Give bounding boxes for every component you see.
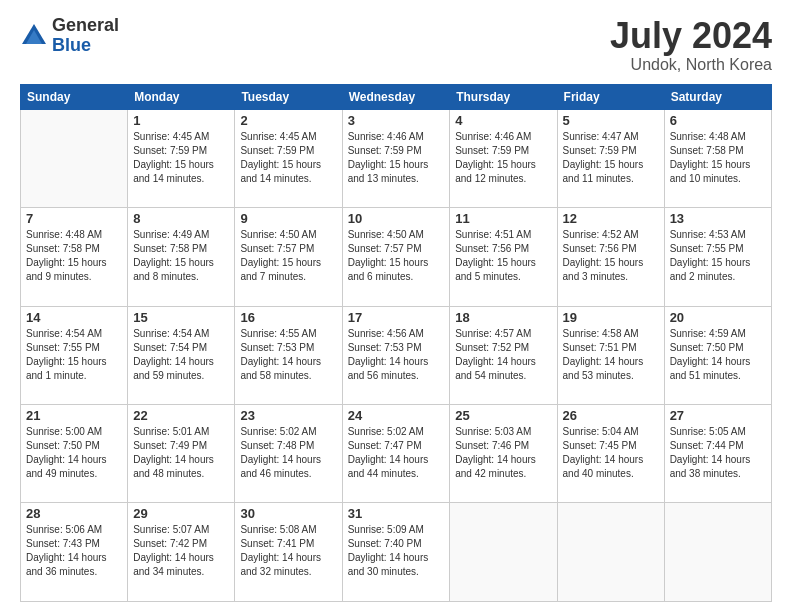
calendar-week-row: 1Sunrise: 4:45 AMSunset: 7:59 PMDaylight… [21, 109, 772, 207]
day-info: Sunrise: 5:04 AMSunset: 7:45 PMDaylight:… [563, 425, 659, 481]
calendar-cell: 12Sunrise: 4:52 AMSunset: 7:56 PMDayligh… [557, 208, 664, 306]
day-number: 2 [240, 113, 336, 128]
weekday-header-row: SundayMondayTuesdayWednesdayThursdayFrid… [21, 84, 772, 109]
calendar-week-row: 7Sunrise: 4:48 AMSunset: 7:58 PMDaylight… [21, 208, 772, 306]
day-number: 8 [133, 211, 229, 226]
weekday-header: Friday [557, 84, 664, 109]
day-number: 25 [455, 408, 551, 423]
day-number: 26 [563, 408, 659, 423]
day-number: 17 [348, 310, 445, 325]
day-number: 3 [348, 113, 445, 128]
calendar-cell: 16Sunrise: 4:55 AMSunset: 7:53 PMDayligh… [235, 306, 342, 404]
calendar-cell: 4Sunrise: 4:46 AMSunset: 7:59 PMDaylight… [450, 109, 557, 207]
day-info: Sunrise: 4:57 AMSunset: 7:52 PMDaylight:… [455, 327, 551, 383]
day-number: 20 [670, 310, 766, 325]
day-info: Sunrise: 5:09 AMSunset: 7:40 PMDaylight:… [348, 523, 445, 579]
day-number: 23 [240, 408, 336, 423]
calendar-cell: 3Sunrise: 4:46 AMSunset: 7:59 PMDaylight… [342, 109, 450, 207]
calendar: SundayMondayTuesdayWednesdayThursdayFrid… [20, 84, 772, 602]
day-info: Sunrise: 4:46 AMSunset: 7:59 PMDaylight:… [348, 130, 445, 186]
calendar-cell: 8Sunrise: 4:49 AMSunset: 7:58 PMDaylight… [128, 208, 235, 306]
day-number: 12 [563, 211, 659, 226]
day-info: Sunrise: 4:50 AMSunset: 7:57 PMDaylight:… [348, 228, 445, 284]
day-number: 7 [26, 211, 122, 226]
calendar-cell: 30Sunrise: 5:08 AMSunset: 7:41 PMDayligh… [235, 503, 342, 602]
calendar-cell: 29Sunrise: 5:07 AMSunset: 7:42 PMDayligh… [128, 503, 235, 602]
day-info: Sunrise: 4:48 AMSunset: 7:58 PMDaylight:… [26, 228, 122, 284]
logo-text: General Blue [52, 16, 119, 56]
calendar-cell: 19Sunrise: 4:58 AMSunset: 7:51 PMDayligh… [557, 306, 664, 404]
logo-blue-label: Blue [52, 36, 119, 56]
calendar-week-row: 21Sunrise: 5:00 AMSunset: 7:50 PMDayligh… [21, 405, 772, 503]
calendar-cell: 15Sunrise: 4:54 AMSunset: 7:54 PMDayligh… [128, 306, 235, 404]
day-info: Sunrise: 4:50 AMSunset: 7:57 PMDaylight:… [240, 228, 336, 284]
weekday-header: Monday [128, 84, 235, 109]
weekday-header: Sunday [21, 84, 128, 109]
calendar-cell: 5Sunrise: 4:47 AMSunset: 7:59 PMDaylight… [557, 109, 664, 207]
weekday-header: Wednesday [342, 84, 450, 109]
logo-icon [20, 22, 48, 50]
day-info: Sunrise: 5:06 AMSunset: 7:43 PMDaylight:… [26, 523, 122, 579]
day-number: 4 [455, 113, 551, 128]
calendar-cell: 27Sunrise: 5:05 AMSunset: 7:44 PMDayligh… [664, 405, 771, 503]
day-number: 6 [670, 113, 766, 128]
calendar-week-row: 14Sunrise: 4:54 AMSunset: 7:55 PMDayligh… [21, 306, 772, 404]
day-number: 28 [26, 506, 122, 521]
day-info: Sunrise: 4:56 AMSunset: 7:53 PMDaylight:… [348, 327, 445, 383]
weekday-header: Saturday [664, 84, 771, 109]
day-number: 22 [133, 408, 229, 423]
calendar-cell: 7Sunrise: 4:48 AMSunset: 7:58 PMDaylight… [21, 208, 128, 306]
day-number: 24 [348, 408, 445, 423]
day-number: 31 [348, 506, 445, 521]
day-number: 29 [133, 506, 229, 521]
day-info: Sunrise: 5:00 AMSunset: 7:50 PMDaylight:… [26, 425, 122, 481]
logo: General Blue [20, 16, 119, 56]
calendar-cell [450, 503, 557, 602]
calendar-cell: 2Sunrise: 4:45 AMSunset: 7:59 PMDaylight… [235, 109, 342, 207]
day-info: Sunrise: 4:58 AMSunset: 7:51 PMDaylight:… [563, 327, 659, 383]
calendar-cell: 18Sunrise: 4:57 AMSunset: 7:52 PMDayligh… [450, 306, 557, 404]
calendar-cell: 10Sunrise: 4:50 AMSunset: 7:57 PMDayligh… [342, 208, 450, 306]
calendar-cell: 14Sunrise: 4:54 AMSunset: 7:55 PMDayligh… [21, 306, 128, 404]
page: General Blue July 2024 Undok, North Kore… [0, 0, 792, 612]
calendar-cell: 21Sunrise: 5:00 AMSunset: 7:50 PMDayligh… [21, 405, 128, 503]
calendar-cell [557, 503, 664, 602]
day-info: Sunrise: 4:54 AMSunset: 7:54 PMDaylight:… [133, 327, 229, 383]
day-number: 18 [455, 310, 551, 325]
day-number: 16 [240, 310, 336, 325]
month-title: July 2024 [610, 16, 772, 56]
calendar-cell: 9Sunrise: 4:50 AMSunset: 7:57 PMDaylight… [235, 208, 342, 306]
day-number: 21 [26, 408, 122, 423]
day-number: 5 [563, 113, 659, 128]
day-number: 14 [26, 310, 122, 325]
day-info: Sunrise: 4:51 AMSunset: 7:56 PMDaylight:… [455, 228, 551, 284]
calendar-cell: 13Sunrise: 4:53 AMSunset: 7:55 PMDayligh… [664, 208, 771, 306]
day-info: Sunrise: 5:01 AMSunset: 7:49 PMDaylight:… [133, 425, 229, 481]
day-info: Sunrise: 4:55 AMSunset: 7:53 PMDaylight:… [240, 327, 336, 383]
calendar-cell: 25Sunrise: 5:03 AMSunset: 7:46 PMDayligh… [450, 405, 557, 503]
calendar-cell: 11Sunrise: 4:51 AMSunset: 7:56 PMDayligh… [450, 208, 557, 306]
calendar-cell: 24Sunrise: 5:02 AMSunset: 7:47 PMDayligh… [342, 405, 450, 503]
title-block: July 2024 Undok, North Korea [610, 16, 772, 74]
day-info: Sunrise: 5:08 AMSunset: 7:41 PMDaylight:… [240, 523, 336, 579]
day-info: Sunrise: 4:54 AMSunset: 7:55 PMDaylight:… [26, 327, 122, 383]
calendar-cell: 23Sunrise: 5:02 AMSunset: 7:48 PMDayligh… [235, 405, 342, 503]
day-info: Sunrise: 5:07 AMSunset: 7:42 PMDaylight:… [133, 523, 229, 579]
calendar-cell: 6Sunrise: 4:48 AMSunset: 7:58 PMDaylight… [664, 109, 771, 207]
day-info: Sunrise: 5:05 AMSunset: 7:44 PMDaylight:… [670, 425, 766, 481]
day-number: 9 [240, 211, 336, 226]
header: General Blue July 2024 Undok, North Kore… [20, 16, 772, 74]
calendar-cell: 1Sunrise: 4:45 AMSunset: 7:59 PMDaylight… [128, 109, 235, 207]
day-info: Sunrise: 5:03 AMSunset: 7:46 PMDaylight:… [455, 425, 551, 481]
day-number: 30 [240, 506, 336, 521]
day-info: Sunrise: 5:02 AMSunset: 7:48 PMDaylight:… [240, 425, 336, 481]
day-info: Sunrise: 4:53 AMSunset: 7:55 PMDaylight:… [670, 228, 766, 284]
day-number: 27 [670, 408, 766, 423]
day-info: Sunrise: 4:45 AMSunset: 7:59 PMDaylight:… [240, 130, 336, 186]
weekday-header: Tuesday [235, 84, 342, 109]
calendar-week-row: 28Sunrise: 5:06 AMSunset: 7:43 PMDayligh… [21, 503, 772, 602]
day-info: Sunrise: 4:46 AMSunset: 7:59 PMDaylight:… [455, 130, 551, 186]
calendar-cell: 22Sunrise: 5:01 AMSunset: 7:49 PMDayligh… [128, 405, 235, 503]
day-number: 1 [133, 113, 229, 128]
day-info: Sunrise: 4:59 AMSunset: 7:50 PMDaylight:… [670, 327, 766, 383]
